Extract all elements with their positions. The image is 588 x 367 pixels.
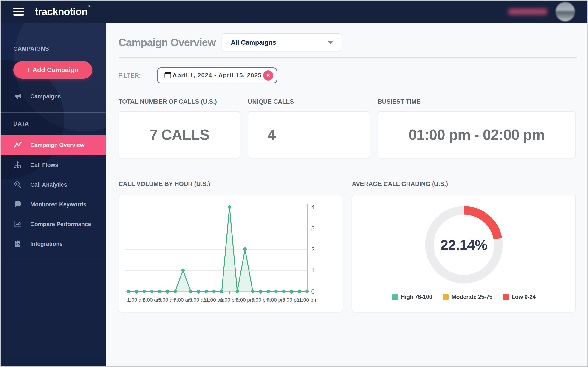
page-title: Campaign Overview: [119, 36, 216, 49]
sidebar: CAMPAIGNS + Add Campaign Campaigns DATA …: [0, 23, 106, 367]
grading-percentage: 22.14%: [425, 206, 503, 284]
filter-label: FILTER:: [119, 72, 141, 79]
chevron-down-icon: [328, 41, 334, 44]
stat-label: BUSIEST TIME: [378, 98, 576, 105]
legend-item-moderate: Moderate 25-75: [443, 294, 493, 300]
svg-text:3: 3: [311, 225, 315, 232]
call-volume-title: CALL VOLUME BY HOUR (U.S.): [119, 181, 343, 188]
call-grading-section: AVERAGE CALL GRADING (U.S.) 22.14% High …: [352, 181, 576, 312]
stat-card: 7 CALLS: [119, 111, 240, 158]
user-avatar[interactable]: [555, 2, 575, 22]
sidebar-item-compare-performance[interactable]: Compare Performance: [0, 214, 106, 234]
sidebar-item-label: Integrations: [30, 241, 63, 247]
main-content: Campaign Overview All Campaigns FILTER: …: [106, 23, 588, 367]
sidebar-item-call-flows[interactable]: Call Flows: [0, 155, 106, 175]
sidebar-item-campaign-overview[interactable]: Campaign Overview: [0, 135, 106, 155]
campaign-select-dropdown[interactable]: All Campaigns: [222, 33, 342, 51]
app-window: tracknotion® CAMPAIGNS + Add Campaign Ca…: [0, 0, 588, 367]
svg-text:4: 4: [311, 204, 315, 211]
sidebar-item-label: Campaign Overview: [30, 142, 85, 148]
stat-value: 7 CALLS: [149, 126, 209, 143]
stat-busiest-time: BUSIEST TIME 01:00 pm - 02:00 pm: [378, 98, 576, 158]
stat-card: 4: [248, 111, 370, 158]
sidebar-item-monitored-keywords[interactable]: Monitored Keywords: [0, 194, 106, 214]
sidebar-item-label: Monitored Keywords: [30, 201, 86, 208]
legend-swatch-high: [392, 294, 398, 300]
sitemap-icon: [13, 161, 22, 169]
sidebar-divider-bottom: [0, 259, 106, 259]
clear-filter-button[interactable]: ✕: [263, 70, 273, 81]
legend-item-high: High 76-100: [392, 294, 432, 300]
legend-label: Low 0-24: [512, 294, 536, 300]
sidebar-heading-data: DATA: [13, 120, 106, 127]
hamburger-menu-icon[interactable]: [13, 8, 24, 16]
stat-unique-calls: UNIQUE CALLS 4: [248, 98, 370, 158]
date-range-input[interactable]: April 1, 2024 - April 15, 2025 ✕: [157, 67, 277, 83]
sidebar-item-label: Call Flows: [30, 162, 58, 168]
clipboard-code-icon: [13, 240, 22, 248]
call-volume-chart: 012341:00 am3:00 am5:00 am7:00 am9:00 am…: [119, 194, 343, 312]
megaphone-icon: [13, 92, 22, 101]
sidebar-item-campaigns[interactable]: Campaigns: [0, 86, 106, 106]
call-volume-svg: 012341:00 am3:00 am5:00 am7:00 am9:00 am…: [125, 201, 337, 312]
text-cursor: [262, 72, 262, 79]
line-chart-icon: [13, 141, 22, 149]
stat-total-calls: TOTAL NUMBER OF CALLS (U.S.) 7 CALLS: [119, 98, 240, 158]
call-volume-section: CALL VOLUME BY HOUR (U.S.) 012341:00 am3…: [119, 181, 343, 312]
speech-bubble-icon: [13, 200, 22, 209]
sidebar-item-label: Compare Performance: [30, 221, 91, 227]
search-phone-icon: [13, 180, 22, 189]
calendar-icon: [164, 71, 172, 80]
legend-label: High 76-100: [401, 294, 432, 300]
stat-card: 01:00 pm - 02:00 pm: [378, 111, 576, 158]
sidebar-heading-campaigns: CAMPAIGNS: [13, 23, 106, 52]
stat-value: 01:00 pm - 02:00 pm: [409, 126, 545, 143]
title-divider: [119, 57, 577, 58]
sidebar-item-label: Campaigns: [30, 93, 61, 100]
topbar: tracknotion®: [0, 0, 588, 23]
date-range-value: April 1, 2024 - April 15, 2025: [172, 72, 263, 79]
sidebar-divider: [0, 112, 106, 113]
call-grading-title: AVERAGE CALL GRADING (U.S.): [352, 181, 576, 188]
svg-text:0: 0: [311, 288, 315, 295]
stat-label: TOTAL NUMBER OF CALLS (U.S.): [119, 98, 240, 105]
app-logo: tracknotion®: [35, 6, 90, 17]
area-chart-icon: [13, 220, 22, 228]
stat-label: UNIQUE CALLS: [248, 98, 370, 105]
svg-text:1: 1: [311, 267, 315, 274]
svg-text:2: 2: [311, 246, 315, 253]
registered-mark: ®: [88, 4, 90, 8]
sidebar-item-integrations[interactable]: Integrations: [0, 234, 106, 254]
svg-text:11:00 pm: 11:00 pm: [296, 297, 318, 303]
stat-value: 4: [268, 126, 276, 143]
legend-label: Moderate 25-75: [451, 294, 493, 300]
grading-legend: High 76-100 Moderate 25-75 Low 0-24: [392, 294, 536, 300]
legend-swatch-moderate: [443, 294, 449, 300]
call-grading-chart: 22.14% High 76-100 Moderate 25-75: [352, 194, 576, 312]
sidebar-item-label: Call Analytics: [30, 181, 67, 188]
grading-donut: 22.14%: [425, 206, 503, 284]
add-campaign-button[interactable]: + Add Campaign: [13, 61, 92, 79]
user-name-redacted[interactable]: [509, 9, 547, 15]
legend-swatch-low: [503, 294, 509, 300]
legend-item-low: Low 0-24: [503, 294, 536, 300]
sidebar-item-call-analytics[interactable]: Call Analytics: [0, 175, 106, 194]
campaign-select-value: All Campaigns: [231, 39, 276, 46]
